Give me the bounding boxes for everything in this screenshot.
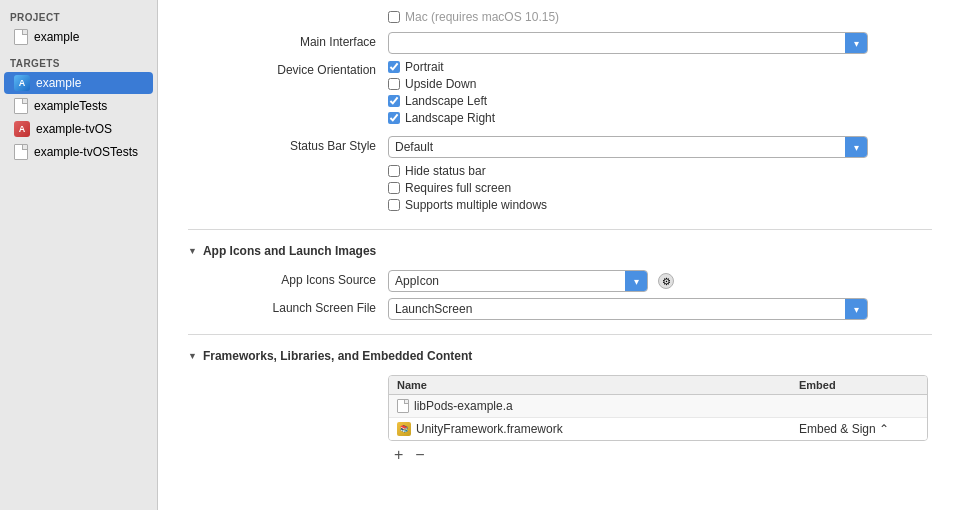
frameworks-triangle[interactable]: ▼ (188, 351, 197, 361)
file-icon-tvostests (14, 144, 28, 160)
status-bar-style-value: Default (389, 138, 845, 156)
xcode-icon: A (14, 75, 30, 91)
col-embed-header: Embed (799, 379, 919, 391)
unity-name: UnityFramework.framework (416, 422, 563, 436)
portrait-label: Portrait (405, 60, 444, 74)
launch-screen-file-row: Launch Screen File LaunchScreen ▾ (188, 298, 932, 320)
requires-full-screen-row: Requires full screen (388, 181, 868, 195)
landscape-right-row: Landscape Right (388, 111, 868, 125)
app-icons-source-value: AppIcon (389, 272, 625, 290)
device-orientation-label: Device Orientation (188, 60, 388, 77)
status-bar-style-dropdown[interactable]: Default ▾ (388, 136, 868, 158)
landscape-left-row: Landscape Left (388, 94, 868, 108)
xcode-red-icon: A (14, 121, 30, 137)
remove-framework-button[interactable]: − (413, 447, 426, 463)
main-interface-dropdown[interactable]: ▾ (388, 32, 868, 54)
divider-1 (188, 229, 932, 230)
app-icons-triangle[interactable]: ▼ (188, 246, 197, 256)
app-icons-gear-button[interactable]: ⚙ (658, 273, 674, 289)
file-icon-tests (14, 98, 28, 114)
upside-down-row: Upside Down (388, 77, 868, 91)
mac-checkbox[interactable] (388, 11, 400, 23)
libpods-name: libPods-example.a (414, 399, 513, 413)
targets-section-label: TARGETS (0, 54, 157, 71)
libpods-file-icon (397, 399, 409, 413)
sidebar-item-exampletests[interactable]: exampleTests (4, 95, 153, 117)
hide-status-bar-row: Hide status bar (388, 164, 868, 178)
divider-2 (188, 334, 932, 335)
sidebar-target-tvostests-label: example-tvOSTests (34, 145, 138, 159)
upside-down-checkbox[interactable] (388, 78, 400, 90)
sidebar-project-label: example (34, 30, 79, 44)
portrait-row: Portrait (388, 60, 868, 74)
unity-name-cell: 📚 UnityFramework.framework (397, 422, 799, 436)
sidebar-target-example-label: example (36, 76, 81, 90)
unity-embed-value: Embed & Sign ⌃ (799, 422, 889, 436)
main-content: Mac (requires macOS 10.15) Main Interfac… (158, 0, 962, 510)
hide-status-bar-label: Hide status bar (405, 164, 486, 178)
status-bar-options-row: Hide status bar Requires full screen Sup… (188, 164, 932, 215)
supports-multiple-windows-label: Supports multiple windows (405, 198, 547, 212)
portrait-checkbox[interactable] (388, 61, 400, 73)
landscape-left-label: Landscape Left (405, 94, 487, 108)
table-row[interactable]: 📚 UnityFramework.framework Embed & Sign … (389, 418, 927, 440)
status-bar-options-control: Hide status bar Requires full screen Sup… (388, 164, 868, 215)
table-header: Name Embed (389, 376, 927, 395)
project-section-label: PROJECT (0, 8, 157, 25)
device-orientation-row: Device Orientation Portrait Upside Down … (188, 60, 932, 128)
main-interface-arrow[interactable]: ▾ (845, 32, 867, 54)
launch-screen-file-value: LaunchScreen (389, 300, 845, 318)
mac-label: Mac (requires macOS 10.15) (405, 10, 559, 24)
landscape-right-checkbox[interactable] (388, 112, 400, 124)
device-orientation-control: Portrait Upside Down Landscape Left Land… (388, 60, 868, 128)
app-icons-source-row: App Icons Source AppIcon ▾ ⚙ (188, 270, 932, 292)
status-bar-style-label: Status Bar Style (188, 136, 388, 153)
status-bar-style-control: Default ▾ (388, 136, 868, 158)
frameworks-table: Name Embed libPods-example.a 📚 UnityFram… (388, 375, 928, 441)
sidebar-item-example-tvostests[interactable]: example-tvOSTests (4, 141, 153, 163)
launch-screen-file-dropdown[interactable]: LaunchScreen ▾ (388, 298, 868, 320)
frameworks-section-header: ▼ Frameworks, Libraries, and Embedded Co… (188, 349, 932, 363)
app-icons-source-dropdown[interactable]: AppIcon ▾ (388, 270, 648, 292)
hide-status-bar-checkbox[interactable] (388, 165, 400, 177)
app-icons-section-title: App Icons and Launch Images (203, 244, 376, 258)
launch-screen-file-arrow[interactable]: ▾ (845, 298, 867, 320)
file-icon (14, 29, 28, 45)
landscape-right-label: Landscape Right (405, 111, 495, 125)
libpods-name-cell: libPods-example.a (397, 399, 799, 413)
status-bar-style-arrow[interactable]: ▾ (845, 136, 867, 158)
main-interface-value (389, 41, 845, 45)
mac-row: Mac (requires macOS 10.15) (188, 10, 932, 24)
launch-screen-file-control: LaunchScreen ▾ (388, 298, 868, 320)
col-name-header: Name (397, 379, 799, 391)
upside-down-label: Upside Down (405, 77, 476, 91)
sidebar: PROJECT example TARGETS A example exampl… (0, 0, 158, 510)
app-icons-source-control: AppIcon ▾ ⚙ (388, 270, 868, 292)
main-interface-row: Main Interface ▾ (188, 32, 932, 54)
main-interface-control: ▾ (388, 32, 868, 54)
sidebar-item-example-project[interactable]: example (4, 26, 153, 48)
unity-embed-cell: Embed & Sign ⌃ (799, 422, 919, 436)
sidebar-item-example-tvos[interactable]: A example-tvOS (4, 118, 153, 140)
supports-multiple-windows-checkbox[interactable] (388, 199, 400, 211)
app-icons-section-header: ▼ App Icons and Launch Images (188, 244, 932, 258)
launch-screen-file-label: Launch Screen File (188, 298, 388, 315)
table-row[interactable]: libPods-example.a (389, 395, 927, 418)
frameworks-section-title: Frameworks, Libraries, and Embedded Cont… (203, 349, 472, 363)
status-bar-style-row: Status Bar Style Default ▾ (188, 136, 932, 158)
main-interface-label: Main Interface (188, 32, 388, 49)
unity-framework-icon: 📚 (397, 422, 411, 436)
table-footer: + − (388, 447, 932, 463)
sidebar-target-exampletests-label: exampleTests (34, 99, 107, 113)
landscape-left-checkbox[interactable] (388, 95, 400, 107)
sidebar-item-example[interactable]: A example (4, 72, 153, 94)
add-framework-button[interactable]: + (392, 447, 405, 463)
app-icons-source-label: App Icons Source (188, 270, 388, 287)
app-icons-source-arrow[interactable]: ▾ (625, 270, 647, 292)
supports-multiple-windows-row: Supports multiple windows (388, 198, 868, 212)
sidebar-target-tvos-label: example-tvOS (36, 122, 112, 136)
requires-full-screen-label: Requires full screen (405, 181, 511, 195)
requires-full-screen-checkbox[interactable] (388, 182, 400, 194)
